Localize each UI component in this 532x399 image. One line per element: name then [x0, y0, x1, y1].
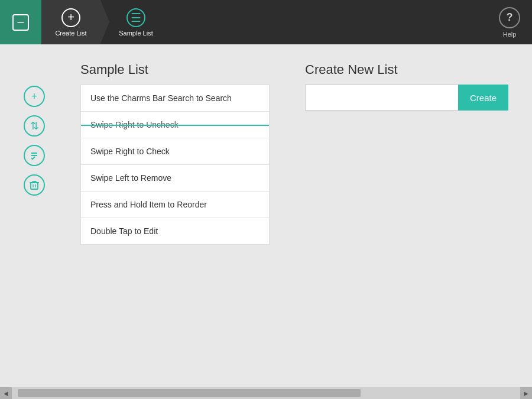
list-panel: Sample List Use the Charms Bar Search to… — [80, 62, 270, 369]
list-item[interactable]: Double Tap to Edit — [81, 218, 269, 244]
minus-icon — [12, 14, 29, 31]
help-button[interactable]: ? Help — [499, 7, 520, 38]
scroll-track[interactable] — [12, 387, 520, 399]
create-button[interactable]: Create — [458, 85, 508, 111]
list-item[interactable]: Use the Charms Bar Search to Search — [81, 85, 269, 112]
new-list-input[interactable] — [305, 85, 458, 111]
list-item-text: Use the Charms Bar Search to Search — [90, 93, 232, 103]
list-item-text: Swipe Right to Check — [90, 147, 170, 156]
list-panel-title: Sample List — [80, 62, 270, 77]
list-item[interactable]: Swipe Left to Remove — [81, 165, 269, 192]
list-item[interactable]: Press and Hold Item to Reorder — [81, 192, 269, 218]
list-item-text: Swipe Left to Remove — [90, 173, 171, 183]
create-row: Create — [305, 85, 508, 111]
list-item-text: Double Tap to Edit — [90, 226, 158, 236]
list-circle-icon: ☰ — [126, 8, 145, 27]
svg-rect-2 — [31, 183, 38, 189]
delete-icon[interactable] — [24, 174, 45, 196]
sample-list-label: Sample List — [119, 30, 153, 37]
scroll-left-arrow[interactable]: ◀ — [0, 387, 12, 399]
bottom-scrollbar[interactable]: ◀ ▶ — [0, 387, 532, 399]
plus-circle-icon: + — [61, 8, 80, 27]
sidebar-icons: + ⇅ — [24, 62, 45, 369]
create-panel-title: Create New List — [305, 62, 508, 77]
reorder-icon[interactable]: ⇅ — [24, 115, 45, 137]
checklist-icon[interactable] — [24, 145, 45, 166]
list-item-text: Press and Hold Item to Reorder — [90, 200, 207, 209]
topbar: + Create List ☰ Sample List ? Help — [0, 0, 532, 44]
help-circle-icon: ? — [499, 7, 520, 28]
right-panel: Create New List Create — [305, 62, 508, 369]
scroll-right-arrow[interactable]: ▶ — [520, 387, 532, 399]
list-items-container: Use the Charms Bar Search to Search Swip… — [80, 85, 270, 245]
create-list-nav-btn[interactable]: + Create List — [41, 0, 100, 44]
help-label: Help — [503, 31, 517, 38]
main-content: + ⇅ Sample List Use the — [0, 44, 532, 387]
minus-nav-btn[interactable] — [0, 0, 41, 44]
scroll-thumb[interactable] — [18, 389, 361, 397]
sample-list-nav-btn[interactable]: ☰ Sample List — [100, 0, 171, 44]
list-item-checked[interactable]: Swipe Right to Uncheck — [81, 112, 269, 138]
add-item-icon[interactable]: + — [24, 86, 45, 107]
list-item[interactable]: Swipe Right to Check — [81, 138, 269, 165]
create-list-label: Create List — [55, 30, 86, 37]
list-item-text: Swipe Right to Uncheck — [90, 120, 179, 129]
